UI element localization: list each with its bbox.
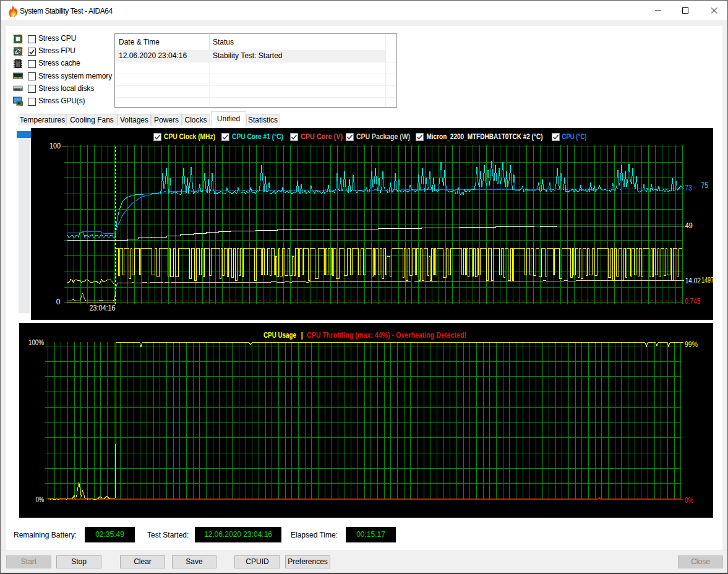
svg-text:0%: 0% xyxy=(685,496,693,505)
svg-text:73: 73 xyxy=(685,184,692,192)
svg-text:0.745: 0.745 xyxy=(685,297,700,306)
svg-text:CPU (°C): CPU (°C) xyxy=(562,132,587,141)
svg-text:75: 75 xyxy=(701,181,708,190)
svg-text:100%: 100% xyxy=(28,338,44,347)
svg-text:14.02: 14.02 xyxy=(685,276,701,285)
svg-text:0: 0 xyxy=(56,298,61,306)
svg-text:99%: 99% xyxy=(685,340,698,349)
svg-text:23:04:16: 23:04:16 xyxy=(90,304,116,312)
svg-text:1497: 1497 xyxy=(701,276,713,285)
svg-text:CPU Clock (MHz): CPU Clock (MHz) xyxy=(164,132,215,141)
svg-text:100: 100 xyxy=(49,142,61,150)
svg-text:CPU Core #1 (°C): CPU Core #1 (°C) xyxy=(232,132,283,141)
svg-text:CPU Usage: CPU Usage xyxy=(263,331,296,340)
svg-text:0%: 0% xyxy=(36,495,44,504)
svg-text:CPU Package (W): CPU Package (W) xyxy=(356,132,410,141)
svg-text:Micron_2200_MTFDHBA1T0TCK #2 (: Micron_2200_MTFDHBA1T0TCK #2 (°C) xyxy=(427,132,543,141)
svg-text:CPU Throttling (max: 44%) - Ov: CPU Throttling (max: 44%) - Overheating … xyxy=(307,331,466,340)
svg-text:49: 49 xyxy=(685,221,693,230)
svg-text:CPU Core (V): CPU Core (V) xyxy=(301,132,343,141)
svg-text:|: | xyxy=(301,331,303,340)
